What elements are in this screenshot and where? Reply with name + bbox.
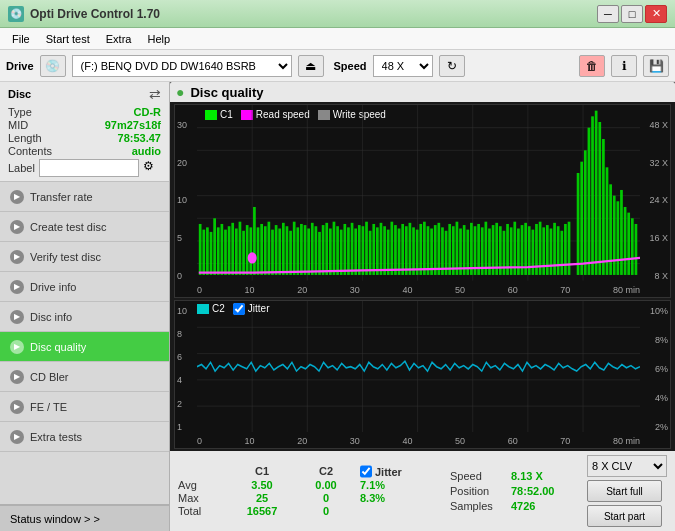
disc-section: Disc ⇄ Type CD-R MID 97m27s18f Length 78… — [0, 82, 169, 182]
svg-rect-15 — [206, 227, 209, 275]
svg-rect-65 — [387, 230, 390, 275]
svg-rect-23 — [235, 228, 238, 274]
svg-rect-54 — [347, 227, 350, 275]
nav-verify-test-disc[interactable]: ▶ Verify test disc — [0, 242, 169, 272]
chart-bottom-svg — [197, 301, 640, 432]
nav-transfer-rate-label: Transfer rate — [30, 191, 93, 203]
status-window-button[interactable]: Status window > > — [0, 505, 169, 531]
close-button[interactable]: ✕ — [645, 5, 667, 23]
svg-rect-122 — [598, 122, 601, 275]
nav-drive-info-label: Drive info — [30, 281, 76, 293]
svg-rect-34 — [275, 225, 278, 275]
avg-jitter: 7.1% — [360, 479, 430, 491]
refresh-button[interactable]: ↻ — [439, 55, 465, 77]
max-c2: 0 — [296, 492, 356, 504]
total-row-label: Total — [178, 505, 228, 517]
maximize-button[interactable]: □ — [621, 5, 643, 23]
nav-cd-bler[interactable]: ▶ CD Bler — [0, 362, 169, 392]
speed-stat-value: 8.13 X — [511, 470, 543, 482]
title-bar-text: Opti Drive Control 1.70 — [30, 7, 160, 21]
start-part-button[interactable]: Start part — [587, 505, 662, 527]
verify-test-disc-icon: ▶ — [10, 250, 24, 264]
jitter-stats-checkbox[interactable] — [360, 465, 372, 478]
label-settings-icon[interactable]: ⚙ — [143, 159, 161, 177]
svg-rect-19 — [221, 224, 224, 275]
svg-rect-109 — [546, 225, 549, 275]
svg-rect-115 — [568, 222, 571, 275]
samples-stat-label: Samples — [450, 500, 505, 512]
svg-rect-61 — [372, 224, 375, 275]
svg-rect-76 — [427, 226, 430, 275]
svg-rect-112 — [557, 226, 560, 275]
nav-drive-info[interactable]: ▶ Drive info — [0, 272, 169, 302]
svg-rect-126 — [613, 196, 616, 275]
start-full-button[interactable]: Start full — [587, 480, 662, 502]
chart-top-y-left: 30 20 10 5 0 — [177, 120, 187, 281]
contents-value: audio — [132, 145, 161, 157]
menu-help[interactable]: Help — [139, 31, 178, 47]
svg-rect-129 — [624, 207, 627, 275]
save-button[interactable]: 💾 — [643, 55, 669, 77]
svg-point-133 — [248, 252, 257, 263]
eject-button[interactable]: ⏏ — [298, 55, 324, 77]
nav-items: ▶ Transfer rate ▶ Create test disc ▶ Ver… — [0, 182, 169, 504]
menu-extra[interactable]: Extra — [98, 31, 140, 47]
svg-rect-51 — [336, 226, 339, 275]
svg-rect-84 — [456, 222, 459, 275]
svg-rect-75 — [423, 222, 426, 275]
svg-rect-60 — [369, 231, 372, 275]
disc-label-label: Label — [8, 162, 35, 174]
svg-rect-118 — [584, 150, 587, 275]
svg-rect-14 — [202, 230, 205, 275]
nav-extra-tests[interactable]: ▶ Extra tests — [0, 422, 169, 452]
type-value: CD-R — [134, 106, 162, 118]
nav-transfer-rate[interactable]: ▶ Transfer rate — [0, 182, 169, 212]
svg-rect-63 — [380, 223, 383, 275]
start-full-label: Start full — [606, 486, 643, 497]
clv-select[interactable]: 8 X CLV — [587, 455, 667, 477]
disc-info-icon: ▶ — [10, 310, 24, 324]
nav-fe-te[interactable]: ▶ FE / TE — [0, 392, 169, 422]
chart-top-x-axis: 0 10 20 30 40 50 60 70 80 min — [197, 285, 640, 295]
erase-button[interactable]: 🗑 — [579, 55, 605, 77]
avg-c1: 3.50 — [232, 479, 292, 491]
svg-rect-113 — [560, 231, 563, 275]
drive-select[interactable]: (F:) BENQ DVD DD DW1640 BSRB — [72, 55, 292, 77]
disc-quality-icon: ▶ — [10, 340, 24, 354]
speed-select[interactable]: 48 X — [373, 55, 433, 77]
menu-start-test[interactable]: Start test — [38, 31, 98, 47]
nav-create-test-disc-label: Create test disc — [30, 221, 106, 233]
svg-rect-130 — [627, 213, 630, 275]
disc-refresh-icon[interactable]: ⇄ — [149, 86, 161, 102]
jitter-checkbox[interactable] — [233, 303, 245, 315]
nav-disc-info[interactable]: ▶ Disc info — [0, 302, 169, 332]
svg-rect-132 — [635, 224, 638, 275]
position-stat-value: 78:52.00 — [511, 485, 554, 497]
svg-rect-131 — [631, 218, 634, 275]
minimize-button[interactable]: ─ — [597, 5, 619, 23]
svg-rect-123 — [602, 139, 605, 275]
avg-row-label: Avg — [178, 479, 228, 491]
nav-create-test-disc[interactable]: ▶ Create test disc — [0, 212, 169, 242]
create-test-disc-icon: ▶ — [10, 220, 24, 234]
c2-col-header: C2 — [296, 465, 356, 478]
chart-bottom: C2 Jitter — [174, 300, 671, 449]
info-button[interactable]: ℹ — [611, 55, 637, 77]
svg-rect-74 — [419, 224, 422, 275]
c2-legend-color — [197, 304, 209, 314]
svg-rect-42 — [304, 225, 307, 275]
menu-file[interactable]: File — [4, 31, 38, 47]
nav-verify-test-disc-label: Verify test disc — [30, 251, 101, 263]
svg-rect-111 — [553, 223, 556, 275]
svg-rect-58 — [362, 226, 365, 275]
svg-rect-79 — [437, 223, 440, 275]
disc-label-input[interactable] — [39, 159, 139, 177]
chart-bottom-y-right: 10% 8% 6% 4% 2% — [650, 306, 668, 432]
max-c1: 25 — [232, 492, 292, 504]
avg-c2: 0.00 — [296, 479, 356, 491]
nav-disc-quality[interactable]: ▶ Disc quality — [0, 332, 169, 362]
svg-rect-38 — [289, 231, 292, 275]
status-window-label: Status window > > — [10, 513, 100, 525]
svg-rect-121 — [595, 111, 598, 275]
jitter-legend-label: Jitter — [248, 303, 270, 314]
